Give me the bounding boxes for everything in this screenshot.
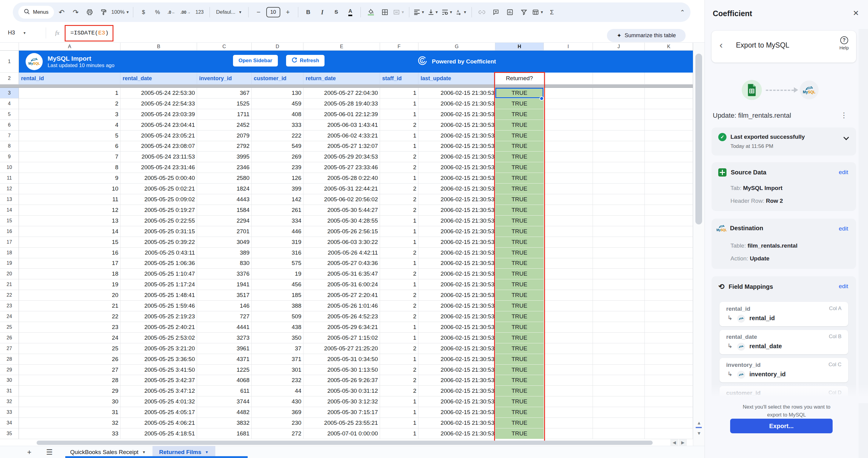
cell-K5[interactable]	[645, 109, 693, 120]
cell-E28[interactable]: 2005-05-31 0:34:50	[304, 354, 380, 365]
cell-C19[interactable]: 830	[197, 258, 252, 269]
cell-C8[interactable]: 2792	[197, 141, 252, 152]
cell-K15[interactable]	[645, 216, 693, 226]
cell-B7[interactable]: 2005-05-24 23:05:21	[121, 131, 197, 141]
cell-F19[interactable]: 1	[380, 258, 418, 269]
cell-G17[interactable]: 2006-02-15 21:30:53	[418, 237, 495, 248]
cell-G26[interactable]: 2006-02-15 21:30:53	[418, 333, 495, 344]
empty-cell[interactable]	[593, 72, 645, 85]
row-header-9[interactable]: 9	[0, 152, 19, 162]
cell-C34[interactable]: 3832	[197, 418, 252, 428]
vertical-scroll-mini-thumb[interactable]	[696, 427, 702, 428]
cell-A23[interactable]: 21	[19, 301, 121, 311]
back-icon[interactable]: ‹	[719, 40, 723, 50]
cell-B27[interactable]: 2005-05-25 3:21:20	[121, 344, 197, 354]
cell-B34[interactable]: 2005-05-25 4:06:21	[121, 418, 197, 428]
font-select[interactable]: Defaul...▼	[214, 9, 244, 15]
menus-button[interactable]: Menus	[18, 6, 54, 19]
row-header-26[interactable]: 26	[0, 333, 19, 344]
tab-menu-icon[interactable]: ▼	[142, 450, 146, 454]
cell-J17[interactable]	[593, 237, 645, 248]
cell-C18[interactable]: 389	[197, 248, 252, 258]
cell-A10[interactable]: 8	[19, 162, 121, 173]
cell-D23[interactable]: 388	[252, 301, 304, 311]
cell-F12[interactable]: 2	[380, 184, 418, 194]
cell-K9[interactable]	[645, 152, 693, 162]
column-header-D[interactable]: D	[252, 43, 304, 51]
cell-E13[interactable]: 2005-06-02 20:56:02	[304, 194, 380, 205]
cell-E27[interactable]: 2005-05-27 21:25:20	[304, 344, 380, 354]
cell-E12[interactable]: 2005-05-31 22:44:21	[304, 184, 380, 194]
cell-E22[interactable]: 2005-05-27 2:20:41	[304, 290, 380, 301]
cell-D17[interactable]: 319	[252, 237, 304, 248]
cell-D33[interactable]: 369	[252, 407, 304, 418]
cell-E34[interactable]: 2005-05-25 23:55:21	[304, 418, 380, 428]
cell-A11[interactable]: 9	[19, 173, 121, 184]
vertical-scrollbar[interactable]: ▲ ▼	[693, 43, 705, 446]
cell-C7[interactable]: 2079	[197, 131, 252, 141]
cell-A6[interactable]: 4	[19, 120, 121, 131]
cell-J15[interactable]	[593, 216, 645, 226]
cell-K29[interactable]	[645, 365, 693, 375]
cell-G9[interactable]: 2006-02-15 21:30:53	[418, 152, 495, 162]
cell-K25[interactable]	[645, 322, 693, 333]
row-header-34[interactable]: 34	[0, 418, 19, 428]
row-header-18[interactable]: 18	[0, 248, 19, 258]
cell-A24[interactable]: 22	[19, 311, 121, 322]
fill-handle[interactable]	[539, 96, 544, 101]
cell-B33[interactable]: 2005-05-25 4:05:17	[121, 407, 197, 418]
cell-F11[interactable]: 1	[380, 173, 418, 184]
cell-J33[interactable]	[593, 407, 645, 418]
cell-C13[interactable]: 4443	[197, 194, 252, 205]
cell-D6[interactable]: 333	[252, 120, 304, 131]
cell-K11[interactable]	[645, 173, 693, 184]
cell-B20[interactable]: 2005-05-25 1:10:47	[121, 269, 197, 279]
cell-E3[interactable]: 2005-05-27 22:04:30	[304, 88, 380, 98]
column-header-K[interactable]: K	[645, 43, 693, 51]
edit-source-link[interactable]: edit	[839, 169, 848, 176]
cell-F25[interactable]: 1	[380, 322, 418, 333]
close-icon[interactable]: ×	[853, 7, 859, 19]
cell-J18[interactable]	[593, 248, 645, 258]
cell-E26[interactable]: 2005-05-27 1:15:02	[304, 333, 380, 344]
row-header-14[interactable]: 14	[0, 205, 19, 216]
cell-E5[interactable]: 2005-06-01 22:12:39	[304, 109, 380, 120]
cell-E30[interactable]: 2005-05-26 9:26:37	[304, 375, 380, 386]
cell-J4[interactable]	[593, 98, 645, 109]
cell-A5[interactable]: 3	[19, 109, 121, 120]
cell-I26[interactable]	[544, 333, 593, 344]
row-header-4[interactable]: 4	[0, 98, 19, 109]
cell-F31[interactable]: 2	[380, 386, 418, 396]
cell-D34[interactable]: 230	[252, 418, 304, 428]
cell-I30[interactable]	[544, 375, 593, 386]
cell-I24[interactable]	[544, 311, 593, 322]
cell-I16[interactable]	[544, 226, 593, 237]
cell-K4[interactable]	[645, 98, 693, 109]
cell-I7[interactable]	[544, 131, 593, 141]
cell-F8[interactable]: 1	[380, 141, 418, 152]
cell-D15[interactable]: 334	[252, 216, 304, 226]
cell-K28[interactable]	[645, 354, 693, 365]
horizontal-scrollbar[interactable]	[19, 440, 672, 446]
cell-G11[interactable]: 2006-02-15 21:30:53	[418, 173, 495, 184]
column-header-H[interactable]: H	[495, 43, 544, 51]
cell-J7[interactable]	[593, 131, 645, 141]
cell-G28[interactable]: 2006-02-15 21:30:53	[418, 354, 495, 365]
paint-format-icon[interactable]	[97, 6, 110, 18]
cell-G30[interactable]: 2006-02-15 21:30:53	[418, 375, 495, 386]
cell-K21[interactable]	[645, 279, 693, 290]
empty-cell[interactable]	[645, 72, 693, 85]
cell-A27[interactable]: 25	[19, 344, 121, 354]
cell-K14[interactable]	[645, 205, 693, 216]
cell-B4[interactable]: 2005-05-24 22:54:33	[121, 98, 197, 109]
create-filter-button[interactable]	[518, 6, 530, 18]
cell-F33[interactable]: 1	[380, 407, 418, 418]
field-header-return_date[interactable]: return_date	[304, 72, 380, 85]
cell-I17[interactable]	[544, 237, 593, 248]
cell-D4[interactable]: 459	[252, 98, 304, 109]
cell-D11[interactable]: 126	[252, 173, 304, 184]
cell-B28[interactable]: 2005-05-25 3:36:50	[121, 354, 197, 365]
cell-C6[interactable]: 2452	[197, 120, 252, 131]
cell-A4[interactable]: 2	[19, 98, 121, 109]
cell-E9[interactable]: 2005-05-29 20:34:53	[304, 152, 380, 162]
